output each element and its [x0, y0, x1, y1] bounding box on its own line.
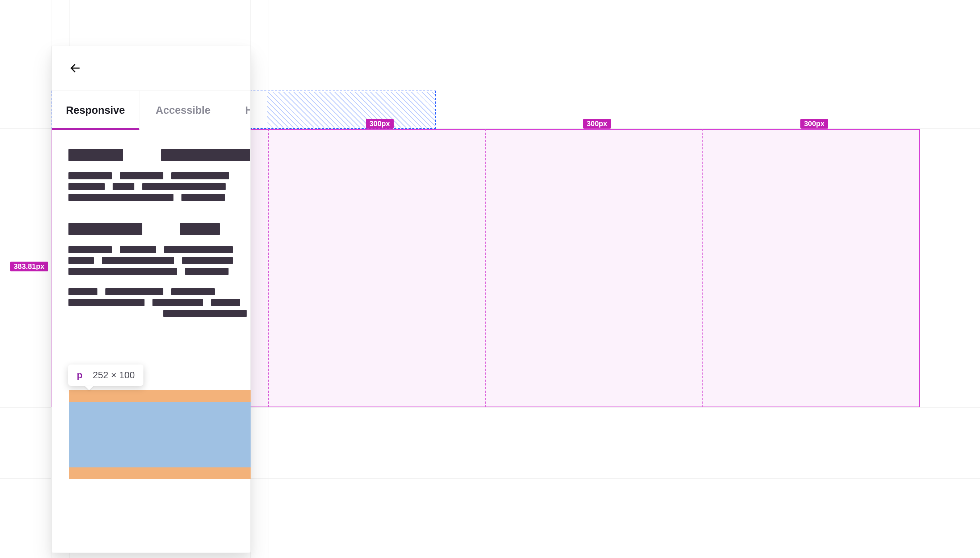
redacted-text [69, 246, 112, 253]
redacted-text [69, 268, 177, 275]
redacted-text [142, 183, 226, 190]
redacted-text [120, 246, 156, 253]
box-model-content [69, 402, 250, 468]
redacted-text [182, 194, 225, 201]
redacted-text [69, 257, 94, 264]
column-width-label: 300px [800, 119, 828, 129]
element-tooltip: p 252 × 100 [68, 364, 143, 386]
redacted-text [69, 172, 112, 179]
tab-label: Accessible [156, 104, 211, 116]
tabs-row: ResponsiveAccessibleHorizontal [52, 90, 250, 130]
redacted-text [171, 288, 215, 295]
redacted-text [171, 172, 229, 179]
box-model-margin-top [69, 390, 250, 402]
redacted-text [182, 257, 233, 264]
tab-horizontal[interactable]: Horizontal [227, 90, 250, 130]
box-model-margin-bottom [69, 468, 250, 479]
redacted-text [69, 288, 97, 295]
redacted-text [105, 288, 163, 295]
redacted-text [163, 310, 247, 317]
container-height-label: 383.81px [10, 262, 48, 271]
redacted-text [69, 299, 144, 306]
tab-responsive[interactable]: Responsive [52, 90, 139, 130]
redacted-text [185, 268, 229, 275]
redacted-text [102, 257, 174, 264]
column-width-label: 300px [366, 119, 394, 129]
tooltip-dims: 252 × 100 [93, 369, 135, 381]
redacted-text [161, 149, 250, 161]
column-width-label: 300px [583, 119, 611, 129]
redacted-text [152, 299, 203, 306]
selection-hatch-overflow [267, 92, 435, 128]
tab-label: Horizontal [245, 104, 250, 116]
tab-label: Responsive [66, 104, 125, 116]
tab-accessible[interactable]: Accessible [139, 90, 227, 130]
device-content [69, 147, 250, 553]
redacted-text [180, 223, 220, 235]
redacted-text [211, 299, 240, 306]
redacted-text [69, 149, 123, 161]
redacted-text [69, 194, 173, 201]
redacted-text [113, 183, 134, 190]
back-button[interactable] [65, 58, 85, 78]
redacted-text [164, 246, 233, 253]
redacted-text [120, 172, 163, 179]
tooltip-tag: p [77, 369, 83, 381]
redacted-text [69, 183, 105, 190]
device-topbar [52, 46, 250, 90]
redacted-text [69, 223, 142, 235]
arrow-left-icon [68, 61, 82, 75]
